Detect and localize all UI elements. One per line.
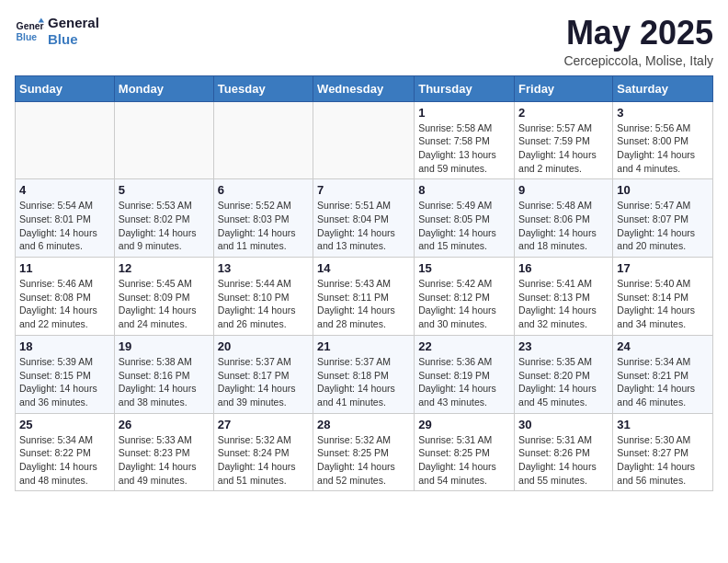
calendar-cell: 2Sunrise: 5:57 AM Sunset: 7:59 PM Daylig…	[515, 101, 613, 179]
day-info: Sunrise: 5:35 AM Sunset: 8:20 PM Dayligh…	[518, 355, 609, 409]
day-info: Sunrise: 5:33 AM Sunset: 8:23 PM Dayligh…	[119, 433, 210, 488]
day-number: 21	[317, 339, 410, 353]
calendar-cell: 25Sunrise: 5:34 AM Sunset: 8:22 PM Dayli…	[16, 413, 115, 491]
calendar-cell: 26Sunrise: 5:33 AM Sunset: 8:23 PM Dayli…	[114, 413, 213, 491]
day-info: Sunrise: 5:45 AM Sunset: 8:09 PM Dayligh…	[119, 277, 210, 331]
day-info: Sunrise: 5:37 AM Sunset: 8:17 PM Dayligh…	[218, 355, 309, 409]
day-number: 24	[617, 339, 709, 353]
day-number: 9	[518, 183, 609, 197]
day-info: Sunrise: 5:51 AM Sunset: 8:04 PM Dayligh…	[317, 199, 410, 253]
day-info: Sunrise: 5:32 AM Sunset: 8:25 PM Dayligh…	[317, 433, 410, 488]
calendar-cell: 10Sunrise: 5:47 AM Sunset: 8:07 PM Dayli…	[613, 179, 713, 258]
location-subtitle: Cercepiccola, Molise, Italy	[563, 53, 713, 68]
weekday-header: Wednesday	[313, 75, 415, 101]
calendar-cell	[313, 101, 415, 179]
calendar-header: SundayMondayTuesdayWednesdayThursdayFrid…	[16, 75, 713, 101]
calendar-cell: 29Sunrise: 5:31 AM Sunset: 8:25 PM Dayli…	[415, 413, 515, 491]
day-number: 7	[317, 183, 410, 197]
calendar-cell: 20Sunrise: 5:37 AM Sunset: 8:17 PM Dayli…	[213, 335, 313, 413]
day-number: 18	[19, 339, 110, 353]
day-info: Sunrise: 5:43 AM Sunset: 8:11 PM Dayligh…	[317, 277, 410, 331]
calendar-cell: 11Sunrise: 5:46 AM Sunset: 8:08 PM Dayli…	[16, 258, 115, 336]
day-info: Sunrise: 5:38 AM Sunset: 8:16 PM Dayligh…	[119, 355, 210, 409]
day-number: 26	[119, 418, 210, 431]
day-number: 30	[518, 418, 609, 431]
svg-text:Blue: Blue	[17, 32, 38, 42]
day-number: 8	[418, 183, 510, 197]
day-number: 29	[418, 418, 510, 431]
calendar-week-row: 11Sunrise: 5:46 AM Sunset: 8:08 PM Dayli…	[16, 258, 713, 336]
day-info: Sunrise: 5:41 AM Sunset: 8:13 PM Dayligh…	[518, 277, 609, 331]
calendar-cell: 24Sunrise: 5:34 AM Sunset: 8:21 PM Dayli…	[613, 335, 713, 413]
calendar-cell: 6Sunrise: 5:52 AM Sunset: 8:03 PM Daylig…	[213, 179, 313, 258]
page-header: General Blue General Blue May 2025 Cerce…	[15, 15, 713, 68]
day-info: Sunrise: 5:57 AM Sunset: 7:59 PM Dayligh…	[518, 121, 609, 176]
weekday-header: Tuesday	[213, 75, 313, 101]
calendar-week-row: 1Sunrise: 5:58 AM Sunset: 7:58 PM Daylig…	[16, 101, 713, 179]
calendar-cell: 21Sunrise: 5:37 AM Sunset: 8:18 PM Dayli…	[313, 335, 415, 413]
calendar-cell: 7Sunrise: 5:51 AM Sunset: 8:04 PM Daylig…	[313, 179, 415, 258]
day-info: Sunrise: 5:31 AM Sunset: 8:26 PM Dayligh…	[518, 433, 609, 488]
calendar-cell: 1Sunrise: 5:58 AM Sunset: 7:58 PM Daylig…	[415, 101, 515, 179]
calendar-cell	[16, 101, 115, 179]
day-info: Sunrise: 5:36 AM Sunset: 8:19 PM Dayligh…	[418, 355, 510, 409]
day-number: 6	[218, 183, 309, 197]
calendar-cell: 9Sunrise: 5:48 AM Sunset: 8:06 PM Daylig…	[515, 179, 613, 258]
calendar-cell: 4Sunrise: 5:54 AM Sunset: 8:01 PM Daylig…	[16, 179, 115, 258]
svg-marker-2	[39, 18, 44, 23]
day-number: 19	[119, 339, 210, 353]
day-number: 11	[19, 261, 110, 275]
day-info: Sunrise: 5:56 AM Sunset: 8:00 PM Dayligh…	[617, 121, 709, 176]
day-number: 2	[518, 106, 609, 120]
day-info: Sunrise: 5:58 AM Sunset: 7:58 PM Dayligh…	[418, 121, 510, 176]
day-number: 5	[119, 183, 210, 197]
day-number: 27	[218, 418, 309, 431]
calendar-cell: 27Sunrise: 5:32 AM Sunset: 8:24 PM Dayli…	[213, 413, 313, 491]
weekday-header: Friday	[515, 75, 613, 101]
day-number: 17	[617, 261, 709, 275]
day-info: Sunrise: 5:54 AM Sunset: 8:01 PM Dayligh…	[19, 199, 110, 253]
calendar-cell: 16Sunrise: 5:41 AM Sunset: 8:13 PM Dayli…	[515, 258, 613, 336]
day-info: Sunrise: 5:37 AM Sunset: 8:18 PM Dayligh…	[317, 355, 410, 409]
calendar-table: SundayMondayTuesdayWednesdayThursdayFrid…	[15, 75, 713, 492]
day-info: Sunrise: 5:34 AM Sunset: 8:21 PM Dayligh…	[617, 355, 709, 409]
calendar-cell: 5Sunrise: 5:53 AM Sunset: 8:02 PM Daylig…	[114, 179, 213, 258]
calendar-cell: 22Sunrise: 5:36 AM Sunset: 8:19 PM Dayli…	[415, 335, 515, 413]
calendar-cell: 31Sunrise: 5:30 AM Sunset: 8:27 PM Dayli…	[613, 413, 713, 491]
weekday-header: Monday	[114, 75, 213, 101]
weekday-header: Sunday	[16, 75, 115, 101]
calendar-cell: 17Sunrise: 5:40 AM Sunset: 8:14 PM Dayli…	[613, 258, 713, 336]
day-number: 4	[19, 183, 110, 197]
day-info: Sunrise: 5:44 AM Sunset: 8:10 PM Dayligh…	[218, 277, 309, 331]
calendar-cell	[114, 101, 213, 179]
day-number: 10	[617, 183, 709, 197]
day-number: 12	[119, 261, 210, 275]
day-info: Sunrise: 5:31 AM Sunset: 8:25 PM Dayligh…	[418, 433, 510, 488]
logo-blue: Blue	[48, 31, 99, 48]
day-number: 20	[218, 339, 309, 353]
calendar-cell	[213, 101, 313, 179]
day-info: Sunrise: 5:42 AM Sunset: 8:12 PM Dayligh…	[418, 277, 510, 331]
day-info: Sunrise: 5:48 AM Sunset: 8:06 PM Dayligh…	[518, 199, 609, 253]
calendar-cell: 19Sunrise: 5:38 AM Sunset: 8:16 PM Dayli…	[114, 335, 213, 413]
calendar-cell: 23Sunrise: 5:35 AM Sunset: 8:20 PM Dayli…	[515, 335, 613, 413]
day-number: 28	[317, 418, 410, 431]
calendar-week-row: 18Sunrise: 5:39 AM Sunset: 8:15 PM Dayli…	[16, 335, 713, 413]
day-number: 25	[19, 418, 110, 431]
calendar-cell: 14Sunrise: 5:43 AM Sunset: 8:11 PM Dayli…	[313, 258, 415, 336]
day-info: Sunrise: 5:32 AM Sunset: 8:24 PM Dayligh…	[218, 433, 309, 488]
calendar-cell: 8Sunrise: 5:49 AM Sunset: 8:05 PM Daylig…	[415, 179, 515, 258]
weekday-header: Thursday	[415, 75, 515, 101]
day-number: 15	[418, 261, 510, 275]
calendar-week-row: 25Sunrise: 5:34 AM Sunset: 8:22 PM Dayli…	[16, 413, 713, 491]
day-info: Sunrise: 5:34 AM Sunset: 8:22 PM Dayligh…	[19, 433, 110, 488]
day-info: Sunrise: 5:49 AM Sunset: 8:05 PM Dayligh…	[418, 199, 510, 253]
day-number: 1	[418, 106, 510, 120]
day-info: Sunrise: 5:47 AM Sunset: 8:07 PM Dayligh…	[617, 199, 709, 253]
logo-general: General	[48, 15, 99, 31]
day-number: 3	[617, 106, 709, 120]
weekday-row: SundayMondayTuesdayWednesdayThursdayFrid…	[16, 75, 713, 101]
calendar-week-row: 4Sunrise: 5:54 AM Sunset: 8:01 PM Daylig…	[16, 179, 713, 258]
weekday-header: Saturday	[613, 75, 713, 101]
svg-text:General: General	[17, 21, 44, 31]
